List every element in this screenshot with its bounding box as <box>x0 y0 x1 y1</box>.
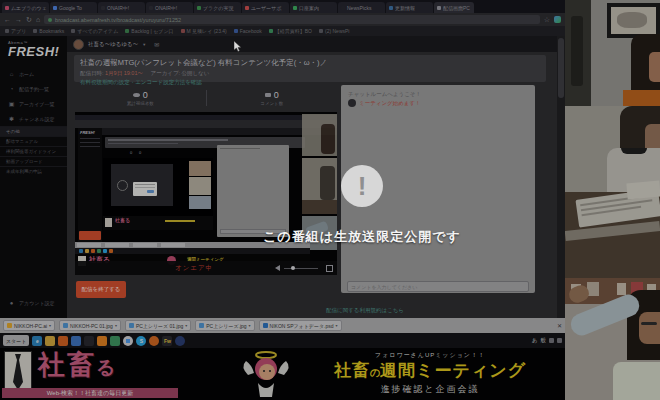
exclamation-icon: ! <box>341 165 383 207</box>
stream-video-frame: ムエブラのウェ Google To ONAIR中! ONAIR中! ブラクの実況… <box>0 0 660 400</box>
restricted-message: この番組は生放送限定公開です <box>162 228 562 246</box>
video-dim-overlay <box>0 0 660 400</box>
mouse-cursor <box>234 41 242 52</box>
